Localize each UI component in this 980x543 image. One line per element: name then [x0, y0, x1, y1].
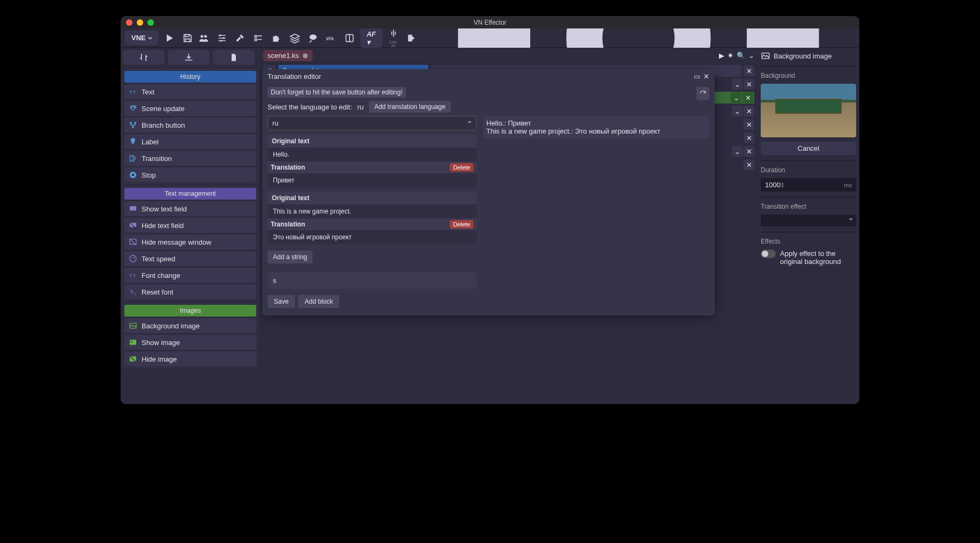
search-icon[interactable]: 🔍 — [737, 52, 745, 60]
bug-icon[interactable]: ✷ — [727, 52, 733, 60]
close-icon[interactable]: ✕ — [744, 79, 754, 90]
refresh-button[interactable] — [696, 87, 709, 100]
preview-line: Hello.: Привет — [486, 119, 706, 127]
close-icon[interactable]: ✕ — [744, 159, 754, 170]
save-button[interactable]: Save — [268, 295, 295, 308]
thought-icon[interactable] — [308, 33, 318, 43]
puzzle-icon[interactable] — [271, 33, 282, 43]
sidebar-item-hide-text[interactable]: Hide text field — [124, 218, 256, 233]
vne-menu[interactable]: VNE — [125, 31, 159, 45]
pin-icon — [129, 137, 137, 146]
chevron-down-icon[interactable]: ⌄ — [731, 92, 741, 103]
font-icon: TT — [129, 271, 137, 280]
text-icon: TT — [129, 87, 137, 96]
transition-dropdown[interactable] — [761, 215, 856, 226]
language-dropdown[interactable]: ru — [268, 116, 477, 130]
close-icon[interactable]: ✕ — [744, 119, 754, 130]
add-language-button[interactable]: Add translation language — [369, 101, 451, 113]
history-header[interactable]: History — [124, 71, 256, 83]
svg-rect-17 — [132, 174, 134, 176]
minimize-modal-icon[interactable]: ▭ — [694, 72, 700, 80]
sidebar-item-show-text[interactable]: Show text field — [124, 201, 256, 216]
vne-menu-label: VNE — [131, 34, 146, 42]
text-mgmt-header[interactable]: Text management — [124, 188, 256, 200]
close-icon[interactable]: ✕ — [744, 133, 754, 143]
play-icon[interactable] — [164, 33, 175, 43]
chevron-down-icon[interactable]: ⌄ — [732, 106, 743, 116]
close-tab-icon[interactable]: ⊗ — [302, 52, 308, 60]
file-button[interactable] — [213, 50, 255, 65]
play-mini-icon[interactable]: ▶ — [719, 52, 724, 60]
number-spinner[interactable]: ▲▼ — [781, 182, 784, 188]
sidebar-item-text-speed[interactable]: Text speed — [124, 251, 256, 266]
close-window-button[interactable] — [126, 19, 132, 26]
sidebar-item-bg-image[interactable]: Background image — [124, 318, 256, 333]
close-icon[interactable]: ✕ — [743, 92, 753, 103]
background-thumbnail[interactable] — [761, 84, 856, 137]
close-icon[interactable]: ✕ — [744, 146, 754, 157]
inspector-header: Background image — [761, 51, 856, 61]
images-header[interactable]: Images — [124, 305, 256, 317]
sidebar-item-branch[interactable]: Branch button — [124, 118, 256, 133]
book-icon[interactable] — [344, 33, 355, 43]
export-icon[interactable] — [406, 33, 417, 43]
close-icon[interactable]: ✕ — [744, 65, 754, 76]
item-label: Scene update — [142, 105, 184, 113]
delete-button[interactable]: Delete — [450, 163, 473, 172]
images-category: Images Background image Show image Hide … — [123, 303, 258, 368]
save-icon[interactable] — [182, 33, 193, 43]
maximize-window-button[interactable] — [147, 19, 154, 26]
sidebar-item-show-image[interactable]: Show image — [124, 335, 256, 350]
close-icon[interactable]: ✕ — [744, 106, 754, 116]
sidebar-item-hide-msg[interactable]: Hide message window — [124, 234, 256, 250]
translation-input[interactable]: Привет — [268, 173, 477, 187]
live2d-button[interactable]: Live 2d — [388, 28, 399, 48]
sidebar-item-scene-update[interactable]: Scene update — [124, 101, 256, 116]
toolbar-icons-1 — [164, 33, 193, 43]
duration-input[interactable]: 1000 ▲▼ ms — [761, 178, 856, 192]
minimize-window-button[interactable] — [137, 19, 143, 26]
add-block-button[interactable]: Add block — [298, 295, 339, 308]
sidebar-item-stop[interactable]: Stop — [124, 167, 256, 182]
close-modal-icon[interactable]: ✕ — [703, 72, 709, 80]
duration-unit: ms — [841, 182, 852, 188]
bg-image-icon — [761, 51, 770, 61]
chat-off-icon — [129, 221, 137, 230]
add-string-button[interactable]: Add a string — [268, 251, 313, 263]
va-icon[interactable]: V/A — [326, 33, 337, 43]
sidebar-item-hide-image[interactable]: Hide image — [124, 351, 256, 366]
item-label: Text — [142, 88, 154, 96]
af-button[interactable]: AF ▾ — [360, 28, 382, 48]
item-label: Show image — [142, 339, 180, 347]
delete-button[interactable]: Delete — [450, 220, 473, 229]
translation-input[interactable]: Это новый игровой проект — [268, 230, 477, 244]
sidebar-item-reset-font[interactable]: TReset font — [124, 284, 256, 299]
original-text-value: This is a new game project. — [268, 204, 477, 218]
sidebar-item-text[interactable]: TTText — [124, 84, 256, 99]
sidebar-item-font-change[interactable]: TTFont change — [124, 268, 256, 283]
cancel-button[interactable]: Cancel — [761, 142, 856, 155]
hammer-icon[interactable] — [235, 33, 246, 43]
svg-point-6 — [310, 40, 311, 42]
svg-text:T: T — [129, 90, 132, 95]
users-icon[interactable] — [198, 33, 209, 43]
chevron-down-icon[interactable]: ⌄ — [732, 146, 743, 157]
swap-button[interactable] — [123, 50, 165, 65]
chat-icon — [129, 204, 137, 213]
layers-icon[interactable] — [289, 33, 300, 43]
list-icon[interactable] — [253, 33, 264, 43]
scene-tab[interactable]: scene1.ks ⊗ — [263, 50, 313, 61]
sidebar: History TTText Scene update Branch butto… — [121, 48, 260, 404]
search-input[interactable]: s — [268, 272, 477, 289]
sliders-icon[interactable] — [217, 33, 227, 43]
sidebar-item-label[interactable]: Label — [124, 134, 256, 149]
chevron-down-icon[interactable]: ⌄ — [748, 52, 754, 60]
download-button[interactable] — [168, 50, 210, 65]
titlebar: VN Effector — [121, 16, 859, 28]
svg-text:V/A: V/A — [326, 36, 333, 41]
apply-effect-toggle[interactable] — [761, 250, 776, 258]
chevron-down-icon[interactable]: ⌄ — [732, 79, 743, 90]
sidebar-item-transition[interactable]: Transition — [124, 151, 256, 166]
text-mgmt-category: Text management Show text field Hide tex… — [123, 186, 258, 301]
modal-header[interactable]: Translation editor ▭ ✕ — [262, 69, 715, 84]
